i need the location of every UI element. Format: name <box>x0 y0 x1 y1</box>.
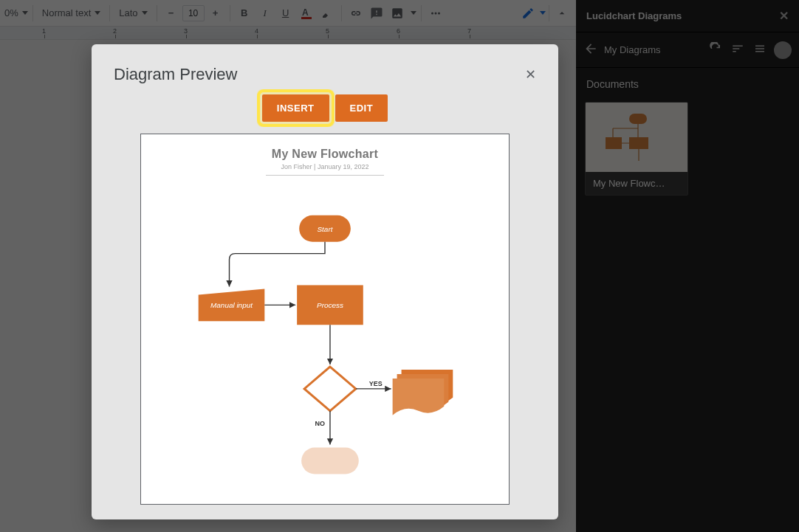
flow-start-label: Start <box>317 225 333 233</box>
title-underline <box>266 175 384 176</box>
flowchart-subtitle: Jon Fisher | January 19, 2022 <box>141 163 509 170</box>
edit-button[interactable]: EDIT <box>335 94 388 122</box>
flow-manual-label: Manual input <box>210 301 253 309</box>
svg-marker-19 <box>304 367 356 411</box>
flowchart-title: My New Flowchart <box>141 148 509 161</box>
modal-title: Diagram Preview <box>114 65 238 84</box>
close-modal-button[interactable]: ✕ <box>525 66 536 83</box>
diagram-preview: My New Flowchart Jon Fisher | January 19… <box>140 134 510 505</box>
flowchart-svg: Start Manual input Process YES <box>141 186 509 524</box>
flow-yes-label: YES <box>369 380 383 387</box>
flow-process-label: Process <box>317 301 343 309</box>
flow-no-label: NO <box>315 420 325 427</box>
diagram-preview-modal: Diagram Preview ✕ INSERT EDIT My New Flo… <box>92 44 558 519</box>
svg-rect-22 <box>301 448 359 474</box>
insert-button[interactable]: INSERT <box>262 94 329 122</box>
